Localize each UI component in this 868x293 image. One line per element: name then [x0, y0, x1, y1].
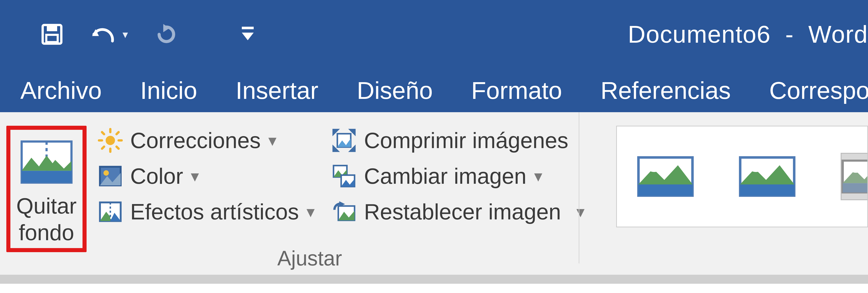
- tab-mailings[interactable]: Corresponden: [769, 76, 868, 105]
- reset-picture-label: Restablecer imagen: [364, 199, 561, 225]
- svg-rect-2: [46, 35, 58, 42]
- group-separator: [579, 112, 579, 263]
- artistic-effects-icon: [97, 198, 124, 225]
- svg-rect-41: [843, 183, 868, 192]
- tab-insert[interactable]: Insertar: [236, 76, 318, 105]
- ribbon-bottom-border: [0, 275, 868, 284]
- undo-button[interactable]: [90, 21, 118, 48]
- change-picture-icon: [331, 162, 358, 190]
- save-button[interactable]: [38, 21, 66, 48]
- svg-rect-1: [47, 25, 57, 31]
- svg-rect-9: [22, 171, 71, 183]
- style-thumb-2[interactable]: [739, 153, 796, 200]
- ribbon-tabs: Archivo Inicio Insertar Diseño Formato R…: [0, 68, 868, 112]
- svg-point-11: [53, 148, 61, 155]
- svg-point-22: [103, 170, 109, 176]
- compress-icon: [331, 127, 358, 154]
- window-title: Documento6 - Word: [628, 20, 868, 48]
- change-picture-label: Cambiar imagen: [364, 163, 526, 189]
- reset-picture-icon: [331, 198, 358, 225]
- change-picture-button[interactable]: Cambiar imagen ▾: [331, 161, 585, 191]
- corrections-caret-icon: ▾: [268, 131, 276, 150]
- svg-line-18: [117, 147, 119, 149]
- remove-background-icon: [21, 136, 72, 188]
- redo-icon: [154, 22, 179, 47]
- tab-home[interactable]: Inicio: [140, 76, 197, 105]
- adjust-column-2: Comprimir imágenes Cambiar imagen ▾: [331, 126, 585, 226]
- title-separator: -: [785, 21, 794, 48]
- color-caret-icon: ▾: [191, 167, 199, 186]
- customize-qat-icon: [241, 25, 254, 43]
- adjust-column-1: Correcciones ▾ Color ▾: [97, 126, 315, 226]
- tab-file[interactable]: Archivo: [20, 76, 102, 105]
- document-name: Documento6: [628, 21, 771, 48]
- style-thumb-3-selected[interactable]: [841, 153, 868, 200]
- reset-picture-button[interactable]: Restablecer imagen ▾: [331, 197, 585, 226]
- customize-qat-button[interactable]: [234, 21, 261, 48]
- corrections-label: Correcciones: [130, 128, 260, 153]
- undo-icon: [90, 22, 118, 47]
- svg-line-20: [102, 147, 104, 149]
- svg-line-17: [102, 132, 104, 134]
- picture-styles-gallery[interactable]: [616, 126, 868, 227]
- app-name: Word: [808, 21, 868, 48]
- compress-pictures-button[interactable]: Comprimir imágenes: [331, 126, 585, 155]
- remove-background-button[interactable]: Quitar fondo: [6, 126, 87, 252]
- svg-point-12: [105, 136, 115, 145]
- artistic-effects-caret-icon: ▾: [307, 202, 315, 221]
- brightness-icon: [97, 127, 124, 154]
- color-label: Color: [130, 163, 183, 189]
- svg-point-39: [748, 161, 764, 172]
- change-picture-caret-icon: ▾: [534, 167, 542, 186]
- title-bar: ▾ Documento6 - Word: [0, 0, 868, 68]
- adjust-group-label: Ajustar: [267, 247, 352, 270]
- svg-line-19: [117, 132, 119, 134]
- tab-design[interactable]: Diseño: [357, 76, 433, 105]
- svg-marker-4: [163, 24, 169, 32]
- compress-label: Comprimir imágenes: [364, 128, 568, 153]
- style-thumb-1[interactable]: [637, 153, 694, 200]
- color-button[interactable]: Color ▾: [97, 161, 315, 191]
- ribbon: Quitar fondo Correcciones ▾: [0, 112, 868, 284]
- redo-button[interactable]: [153, 21, 180, 48]
- svg-rect-38: [740, 184, 794, 196]
- reset-picture-caret-icon: ▾: [577, 202, 585, 221]
- artistic-effects-label: Efectos artísticos: [130, 199, 299, 225]
- tab-references[interactable]: Referencias: [600, 76, 731, 105]
- undo-dropdown-caret-icon[interactable]: ▾: [123, 28, 128, 41]
- svg-point-42: [849, 163, 862, 173]
- artistic-effects-button[interactable]: Efectos artísticos ▾: [97, 197, 315, 226]
- svg-point-36: [646, 161, 662, 172]
- svg-rect-5: [242, 27, 254, 29]
- corrections-button[interactable]: Correcciones ▾: [97, 126, 315, 155]
- picture-color-icon: [97, 162, 124, 190]
- tab-format[interactable]: Formato: [471, 76, 562, 105]
- svg-marker-6: [242, 33, 254, 40]
- save-icon: [39, 22, 64, 47]
- svg-rect-35: [638, 184, 692, 196]
- quick-access-toolbar: ▾: [38, 21, 261, 48]
- remove-background-label: Quitar fondo: [16, 192, 76, 246]
- svg-point-10: [27, 148, 35, 155]
